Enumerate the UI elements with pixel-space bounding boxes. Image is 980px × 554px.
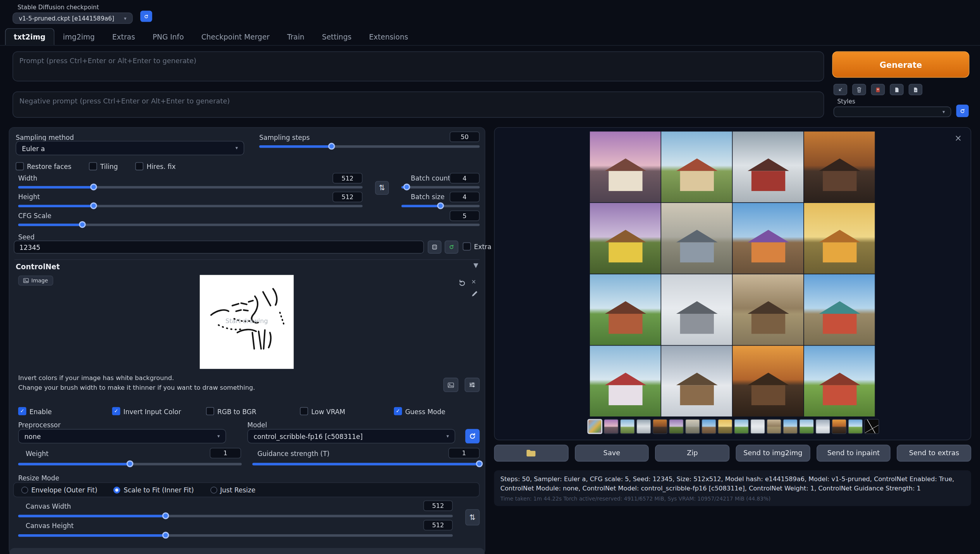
guess-mode-checkbox[interactable]: Guess Mode xyxy=(394,407,445,415)
gallery-image[interactable] xyxy=(732,131,803,202)
cfg-scale-slider[interactable] xyxy=(18,221,480,228)
controlnet-image-tab[interactable]: Image xyxy=(18,275,53,286)
swap-dimensions-button[interactable]: ⇅ xyxy=(375,181,389,195)
tiling-checkbox[interactable]: Tiling xyxy=(89,162,118,170)
gallery-thumbnail[interactable] xyxy=(669,419,684,434)
gallery-thumbnail[interactable] xyxy=(734,419,749,434)
gallery-image[interactable] xyxy=(661,131,732,202)
open-folder-button[interactable] xyxy=(494,445,568,462)
save-button[interactable]: Save xyxy=(575,445,649,462)
save-style-button[interactable] xyxy=(909,84,923,95)
batch-count-slider[interactable] xyxy=(401,184,480,191)
height-slider[interactable] xyxy=(18,202,363,209)
gallery-image[interactable] xyxy=(804,131,875,202)
gallery-image[interactable] xyxy=(804,203,875,274)
canvas-height-slider[interactable] xyxy=(18,532,453,539)
gallery-image[interactable] xyxy=(732,274,803,345)
width-slider[interactable] xyxy=(18,184,363,191)
refresh-checkpoint-button[interactable] xyxy=(140,10,152,22)
canvas-height-input[interactable] xyxy=(423,520,453,530)
low-vram-checkbox[interactable]: Low VRAM xyxy=(300,407,394,415)
undo-canvas-button[interactable] xyxy=(458,279,466,288)
tab-extras[interactable]: Extras xyxy=(103,28,144,45)
gallery-thumbnail[interactable] xyxy=(685,419,700,434)
tab-img2img[interactable]: img2img xyxy=(54,28,103,45)
reuse-seed-button[interactable] xyxy=(445,241,459,254)
apply-style-button[interactable] xyxy=(890,84,904,95)
checkpoint-dropdown[interactable]: v1-5-pruned.ckpt [e1441589a6] ▾ xyxy=(12,12,132,24)
gallery-thumbnail[interactable] xyxy=(718,419,733,434)
restore-faces-checkbox[interactable]: Restore faces xyxy=(15,162,71,170)
tab-png-info[interactable]: PNG Info xyxy=(144,28,193,45)
gallery-thumbnail[interactable] xyxy=(767,419,782,434)
gallery-image[interactable] xyxy=(804,274,875,345)
gallery-image[interactable] xyxy=(590,131,661,202)
tab-settings[interactable]: Settings xyxy=(313,28,361,45)
gallery-thumbnail[interactable] xyxy=(832,419,847,434)
gallery-thumbnail[interactable] xyxy=(864,419,879,434)
batch-count-input[interactable] xyxy=(450,173,480,183)
hires-fix-checkbox[interactable]: Hires. fix xyxy=(135,162,175,170)
collapsed-section-bar[interactable] xyxy=(9,548,485,554)
new-canvas-button[interactable] xyxy=(444,378,459,392)
gallery-image[interactable] xyxy=(590,346,661,416)
sampling-steps-slider[interactable] xyxy=(259,143,480,150)
enable-checkbox[interactable]: Enable xyxy=(18,407,112,415)
preprocessor-dropdown[interactable]: none ▾ xyxy=(18,429,226,443)
refresh-styles-button[interactable] xyxy=(956,105,969,117)
canvas-width-slider[interactable] xyxy=(18,512,453,519)
clear-prompt-button[interactable] xyxy=(852,84,866,95)
gallery-image[interactable] xyxy=(590,203,661,274)
height-input[interactable] xyxy=(332,192,363,202)
batch-size-slider[interactable] xyxy=(401,202,480,209)
send-to-inpaint-button[interactable]: Send to inpaint xyxy=(817,445,891,462)
model-dropdown[interactable]: control_scribble-fp16 [c508311e] ▾ xyxy=(248,429,456,443)
swap-canvas-dimensions-button[interactable]: ⇅ xyxy=(465,509,480,525)
prompt-input[interactable] xyxy=(12,52,824,82)
resize-just-resize-radio[interactable]: Just Resize xyxy=(210,486,255,493)
refresh-models-button[interactable] xyxy=(465,429,480,443)
resize-envelope-radio[interactable]: Envelope (Outer Fit) xyxy=(21,486,97,493)
gallery-thumbnail[interactable] xyxy=(652,419,667,434)
invert-input-color-checkbox[interactable]: Invert Input Color xyxy=(112,407,206,415)
canvas-settings-button[interactable] xyxy=(465,378,480,392)
gallery-image[interactable] xyxy=(732,346,803,416)
controlnet-drawing-canvas[interactable]: Start drawing xyxy=(200,275,294,369)
gallery-thumbnail[interactable] xyxy=(815,419,830,434)
tab-checkpoint-merger[interactable]: Checkpoint Merger xyxy=(193,28,278,45)
gallery-image[interactable] xyxy=(804,346,875,416)
gallery-thumbnail[interactable] xyxy=(701,419,717,434)
zip-button[interactable]: Zip xyxy=(655,445,730,462)
gallery-image[interactable] xyxy=(590,274,661,345)
clear-canvas-button[interactable]: × xyxy=(471,277,476,286)
negative-prompt-input[interactable] xyxy=(12,91,824,118)
gallery-thumbnail[interactable] xyxy=(799,419,814,434)
resize-scale-to-fit-radio[interactable]: Scale to Fit (Inner Fit) xyxy=(113,486,194,493)
extra-seed-checkbox[interactable]: Extra xyxy=(463,243,492,251)
cfg-scale-input[interactable] xyxy=(450,210,480,221)
tab-txt2img[interactable]: txt2img xyxy=(5,28,54,45)
generate-button[interactable]: Generate xyxy=(832,52,969,78)
guidance-strength-input[interactable] xyxy=(448,448,480,458)
send-to-img2img-button[interactable]: Send to img2img xyxy=(736,445,810,462)
collapse-controlnet-button[interactable]: ▼ xyxy=(473,262,478,269)
gallery-image[interactable] xyxy=(661,274,732,345)
gallery-thumbnail[interactable] xyxy=(587,419,602,434)
gallery-thumbnail[interactable] xyxy=(750,419,765,434)
gallery-image[interactable] xyxy=(732,203,803,274)
gallery-thumbnail[interactable] xyxy=(620,419,635,434)
gallery-thumbnail[interactable] xyxy=(848,419,863,434)
weight-slider[interactable] xyxy=(18,460,242,467)
gallery-thumbnail[interactable] xyxy=(636,419,651,434)
sampling-steps-input[interactable] xyxy=(450,131,480,142)
paste-params-button[interactable] xyxy=(834,84,848,95)
guidance-strength-slider[interactable] xyxy=(252,460,480,467)
weight-input[interactable] xyxy=(210,448,241,458)
batch-size-input[interactable] xyxy=(450,192,480,202)
styles-dropdown[interactable]: ▾ xyxy=(834,107,951,117)
width-input[interactable] xyxy=(332,173,363,183)
gallery-thumbnail[interactable] xyxy=(603,419,619,434)
random-seed-button[interactable] xyxy=(428,241,442,254)
gallery-image[interactable] xyxy=(661,203,732,274)
extra-networks-button[interactable] xyxy=(871,84,885,95)
